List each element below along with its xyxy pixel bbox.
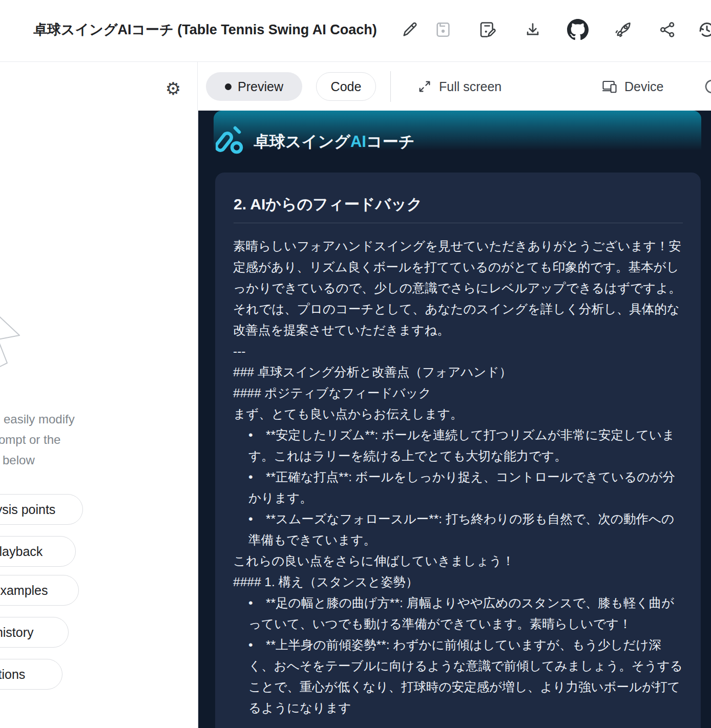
- app-preview: 卓球スイングAIコーチ 2. AIからのフィードバック 素晴らしいフォアハンドス…: [198, 111, 711, 728]
- history-icon[interactable]: [696, 18, 711, 41]
- feedback-content: 素晴らしいフォアハンドスイングを見せていただきありがとうございます！安定感があり…: [233, 235, 684, 718]
- refresh-icon[interactable]: [703, 77, 711, 96]
- bullet-icon: •: [248, 592, 266, 613]
- full-screen-button[interactable]: Full screen: [417, 72, 501, 101]
- app-title: 卓球スイングAIコーチ: [254, 131, 414, 153]
- project-title: 卓球スイングAIコーチ (Table Tennis Swing AI Coach…: [33, 20, 377, 39]
- card-divider: [234, 223, 683, 223]
- bullet-icon: •: [248, 466, 266, 487]
- preview-toolbar: Preview Code Full screen Device: [198, 62, 711, 111]
- device-button[interactable]: Device: [602, 72, 663, 101]
- feedback-paragraph: それでは、プロのコーチとして、あなたのスイングを詳しく分析し、具体的な改善点を提…: [233, 298, 684, 340]
- app-header: 卓球スイングAIコーチ: [198, 111, 711, 171]
- bullet-icon: •: [248, 634, 266, 655]
- feedback-bullet: •**足の幅と膝の曲げ方**: 肩幅よりやや広めのスタンスで、膝も軽く曲がってい…: [233, 592, 684, 634]
- full-screen-label: Full screen: [439, 79, 501, 94]
- bullet-icon: •: [248, 508, 266, 529]
- prompt-panel: ⚙ easily modify ompt or the below ysis p…: [0, 62, 198, 728]
- feedback-bullet: •**安定したリズム**: ボールを連続して打つリズムが非常に安定しています。こ…: [233, 424, 684, 466]
- deploy-rocket-icon[interactable]: [612, 18, 634, 41]
- feedback-paragraph: ### 卓球スイング分析と改善点（フォアハンド）: [233, 361, 684, 382]
- bullet-icon: •: [248, 424, 266, 445]
- feedback-paragraph: これらの良い点をさらに伸ばしていきましょう！: [233, 550, 684, 571]
- github-icon[interactable]: [567, 18, 589, 41]
- feedback-paragraph: まず、とても良い点からお伝えします。: [233, 403, 684, 424]
- device-icon: [602, 79, 617, 94]
- suggestion-chip[interactable]: examples: [0, 575, 79, 606]
- suggestion-chip[interactable]: playback: [0, 536, 76, 567]
- feedback-paragraph: 素晴らしいフォアハンドスイングを見せていただきありがとうございます！安定感があり…: [233, 235, 684, 298]
- tab-code-label: Code: [331, 79, 362, 94]
- ai-studio-window: 卓球スイングAIコーチ (Table Tennis Swing AI Coach…: [0, 0, 711, 728]
- suggestion-chip[interactable]: ysis points: [0, 494, 83, 525]
- feedback-card-title: 2. AIからのフィードバック: [234, 194, 423, 215]
- tab-code[interactable]: Code: [316, 72, 376, 101]
- feedback-bullet: •**上半身の前傾姿勢**: わずかに前傾はしていますが、もう少しだけ深く、おへ…: [233, 634, 684, 718]
- active-dot-icon: [225, 83, 232, 90]
- paddle-logo-icon: [216, 124, 246, 160]
- tab-preview[interactable]: Preview: [206, 72, 302, 101]
- feedback-bullet: •**スムーズなフォロースルー**: 打ち終わりの形も自然で、次の動作への準備も…: [233, 508, 684, 550]
- edit-title-icon[interactable]: [399, 18, 421, 41]
- suggestion-chip[interactable]: s history: [0, 617, 69, 648]
- feedback-paragraph: #### ポジティブなフィードバック: [233, 382, 684, 403]
- tab-preview-label: Preview: [238, 79, 283, 94]
- suggestion-chip[interactable]: options: [0, 659, 62, 690]
- feedback-paragraph: ---: [233, 340, 684, 361]
- suggestion-chips: ysis pointsplaybackexampless historyopti…: [0, 62, 198, 728]
- titlebar: 卓球スイングAIコーチ (Table Tennis Swing AI Coach…: [0, 0, 711, 62]
- feedback-paragraph: #### 1. 構え（スタンスと姿勢）: [233, 571, 684, 592]
- download-icon[interactable]: [521, 18, 544, 41]
- feedback-bullet: •**正確な打点**: ボールをしっかり捉え、コントロールできているのが分かりま…: [233, 466, 684, 508]
- full-screen-icon: [417, 79, 432, 94]
- toolbar-divider: [390, 71, 391, 102]
- note-edit-icon[interactable]: [476, 18, 498, 41]
- share-icon[interactable]: [656, 18, 679, 41]
- save-icon[interactable]: [432, 18, 454, 41]
- feedback-card: 2. AIからのフィードバック 素晴らしいフォアハンドスイングを見せていただきあ…: [215, 173, 701, 728]
- device-label: Device: [624, 79, 663, 94]
